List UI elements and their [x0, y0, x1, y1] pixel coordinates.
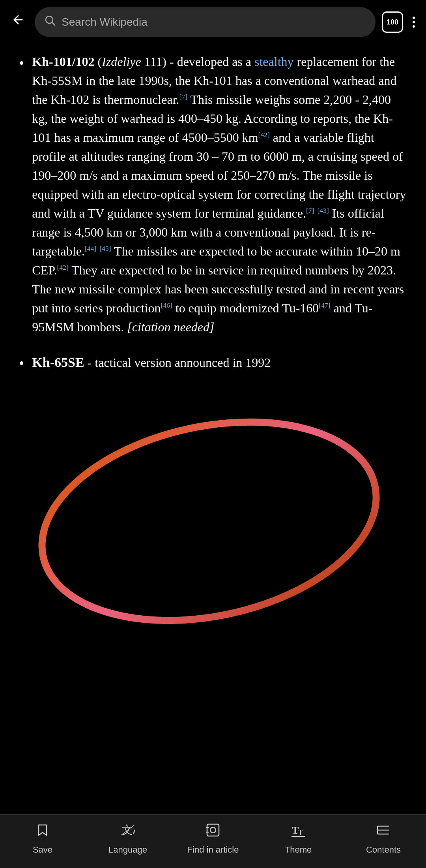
ref9[interactable]: [47] — [319, 301, 330, 309]
theme-label: Theme — [285, 843, 312, 856]
missile-title-2: Kh-65SE — [32, 355, 84, 370]
nav-theme[interactable]: T T Theme — [256, 823, 341, 856]
bottom-nav: Save 文A Language Find in article T T — [0, 814, 426, 868]
theme-icon: T T — [291, 823, 306, 840]
ref8[interactable]: [46] — [161, 301, 172, 309]
bullet-text: Kh-101/102 (Izdeliye 111) - developed as… — [32, 52, 407, 336]
article-content: • Kh-101/102 (Izdeliye 111) - developed … — [0, 44, 426, 455]
search-bar[interactable]: Search Wikipedia — [35, 7, 376, 37]
nav-save[interactable]: Save — [0, 823, 85, 856]
ref7[interactable]: [42] — [57, 263, 68, 271]
search-icon — [44, 13, 56, 32]
save-icon — [35, 823, 50, 840]
subtitle-open: ( — [98, 54, 102, 69]
more-button[interactable] — [409, 13, 418, 31]
back-button[interactable] — [8, 8, 28, 36]
language-label: Language — [108, 843, 147, 856]
nav-find[interactable]: Find in article — [170, 823, 256, 856]
bullet-dot: • — [19, 52, 24, 336]
svg-rect-4 — [207, 824, 219, 836]
contents-icon — [376, 823, 391, 840]
subtitle-italic: Izdeliye — [102, 54, 141, 69]
find-label: Find in article — [187, 843, 239, 856]
subtitle-rest: 111) - developed as a — [141, 54, 251, 69]
save-label: Save — [33, 843, 52, 856]
ref6[interactable]: [45] — [99, 244, 111, 252]
citation-needed: [citation needed] — [127, 320, 214, 334]
body-text-7: to equip modernized Tu-160 — [176, 301, 319, 315]
list-item: • Kh-101/102 (Izdeliye 111) - developed … — [19, 52, 407, 336]
search-input[interactable]: Search Wikipedia — [62, 14, 148, 30]
bullet-dot-2: • — [19, 352, 24, 374]
ref4[interactable]: [43] — [317, 207, 329, 214]
score-badge: 100 — [382, 11, 403, 33]
bullet-text-2: Kh-65SE - tactical version announced in … — [32, 352, 407, 374]
svg-point-5 — [210, 827, 216, 833]
missile-title: Kh-101/102 — [32, 54, 94, 69]
nav-contents[interactable]: Contents — [341, 823, 426, 856]
svg-line-1 — [52, 23, 55, 25]
top-bar: Search Wikipedia 100 — [0, 0, 426, 44]
list-item-partial: • Kh-65SE - tactical version announced i… — [19, 352, 407, 374]
language-icon: 文A — [120, 823, 135, 840]
ref1[interactable]: [7] — [179, 93, 188, 101]
contents-label: Contents — [366, 843, 401, 856]
stealthy-link[interactable]: stealthy — [254, 54, 294, 69]
ref2[interactable]: [42] — [258, 131, 270, 139]
find-icon — [206, 823, 220, 840]
ref5[interactable]: [44] — [85, 244, 96, 252]
bullet2-body: - tactical version announced in 1992 — [88, 355, 271, 370]
nav-language[interactable]: 文A Language — [85, 823, 170, 856]
ref3[interactable]: [7] — [306, 207, 314, 214]
svg-text:T: T — [298, 828, 303, 837]
